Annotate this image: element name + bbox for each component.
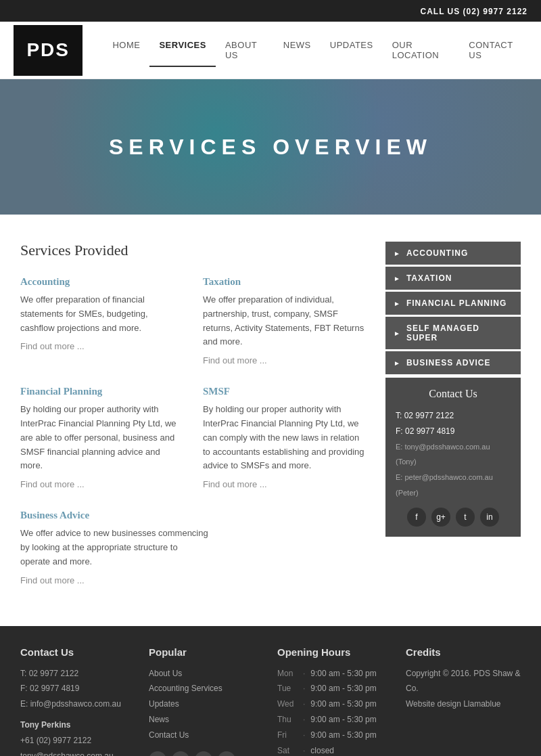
service-business-advice: Business Advice We offer advice to new b… (20, 510, 365, 585)
taxation-desc: We offer preparation of individual, part… (203, 293, 365, 349)
sidebar-phone: T: 02 9977 2122 (396, 408, 511, 424)
sidebar-item-taxation[interactable]: ► TAXATION (385, 267, 521, 290)
dot: · (303, 728, 305, 743)
hours-time-tue: 9:00 am - 5:30 pm (310, 681, 376, 696)
main-content: Services Provided Accounting We offer pr… (0, 215, 541, 613)
sidebar-taxation-label: TAXATION (406, 273, 452, 283)
footer-popular-updates[interactable]: Updates (149, 696, 264, 712)
financial-planning-link[interactable]: Find out more ... (20, 479, 85, 489)
footer-contact: Contact Us T: 02 9977 2122 F: 02 9977 48… (20, 646, 135, 756)
service-accounting: Accounting We offer preparation of finan… (20, 276, 183, 365)
sidebar-item-self-managed-super[interactable]: ► SELF MANAGED SUPER (385, 317, 521, 349)
nav-contact[interactable]: CONTACT US (459, 33, 527, 67)
twitter-icon[interactable]: t (456, 508, 475, 527)
service-taxation: Taxation We offer preparation of individ… (203, 276, 365, 365)
dot: · (303, 696, 305, 712)
footer-google-plus-icon[interactable]: g+ (172, 751, 189, 756)
footer-person-phone: +61 (02) 9977 2122 (20, 733, 135, 749)
footer-hours-title: Opening Hours (277, 646, 392, 658)
hours-day-tue: Tue (277, 681, 298, 696)
footer-fax: F: 02 9977 4819 (20, 681, 135, 696)
footer-popular-accounting[interactable]: Accounting Services (149, 681, 264, 696)
hours-row-thu: Thu · 9:00 am - 5:30 pm (277, 712, 392, 728)
taxation-title: Taxation (203, 276, 365, 288)
nav-home[interactable]: HOME (103, 33, 149, 67)
footer-popular: Popular About Us Accounting Services Upd… (149, 646, 264, 756)
google-plus-icon[interactable]: g+ (431, 508, 450, 527)
footer-person-email: tony@pdsshawco.com.au (20, 749, 135, 756)
financial-planning-desc: By holding our proper authority with Int… (20, 403, 183, 473)
facebook-icon[interactable]: f (407, 508, 426, 527)
sidebar-contact-title: Contact Us (396, 388, 511, 400)
hours-day-fri: Fri (277, 728, 298, 743)
nav-updates[interactable]: UPDATES (321, 33, 383, 67)
dot: · (303, 681, 305, 696)
sidebar-email1-link[interactable]: E: tony@pdsshawco.com.au (Tony) (396, 443, 490, 466)
footer-person: Tony Perkins (20, 717, 135, 733)
footer-contact-title: Contact Us (20, 646, 135, 658)
arrow-icon: ► (394, 275, 401, 282)
footer-credits-title: Credits (406, 646, 521, 658)
arrow-icon: ► (394, 359, 401, 367)
sidebar-fax: F: 02 9977 4819 (396, 424, 511, 439)
sidebar-item-accounting[interactable]: ► ACCOUNTING (385, 242, 521, 265)
business-advice-desc: We offer advice to new businesses commen… (20, 527, 210, 569)
hours-row-wed: Wed · 9:00 am - 5:30 pm (277, 696, 392, 712)
footer-twitter-icon[interactable]: t (195, 751, 212, 756)
main-nav: HOME SERVICES ABOUT US NEWS UPDATES OUR … (103, 33, 527, 67)
hours-row-mon: Mon · 9:00 am - 5:30 pm (277, 666, 392, 682)
call-label: CALL US (02) 9977 2122 (420, 7, 527, 16)
footer-email: E: info@pdsshawco.com.au (20, 696, 135, 712)
footer-email-link[interactable]: E: info@pdsshawco.com.au (20, 696, 135, 712)
arrow-icon: ► (394, 330, 401, 337)
arrow-icon: ► (394, 300, 401, 307)
hours-day-sat: Sat (277, 743, 298, 756)
footer-popular-contact[interactable]: Contact Us (149, 728, 264, 743)
nav-about[interactable]: ABOUT US (216, 33, 274, 67)
hours-row-fri: Fri · 9:00 am - 5:30 pm (277, 728, 392, 743)
footer-popular-news[interactable]: News (149, 712, 264, 728)
sidebar-item-financial-planning[interactable]: ► FINANCIAL PLANNING (385, 292, 521, 315)
hours-row-sat: Sat · closed (277, 743, 392, 756)
linkedin-icon[interactable]: in (480, 508, 499, 527)
sidebar-item-business-advice[interactable]: ► BUSINESS ADVICE (385, 351, 521, 374)
nav-news[interactable]: NEWS (274, 33, 321, 67)
dot: · (303, 712, 305, 728)
sidebar-accounting-label: ACCOUNTING (406, 248, 468, 258)
financial-planning-title: Financial Planning (20, 386, 183, 397)
business-advice-link[interactable]: Find out more ... (20, 575, 85, 585)
left-column: Services Provided Accounting We offer pr… (20, 242, 365, 585)
nav-location[interactable]: OUR LOCATION (383, 33, 460, 67)
smsf-desc: By holding our proper authority with Int… (203, 403, 365, 473)
accounting-desc: We offer preparation of financial statem… (20, 293, 183, 335)
footer-social-icons: f g+ t in (149, 751, 264, 756)
hours-day-thu: Thu (277, 712, 298, 728)
accounting-link[interactable]: Find out more ... (20, 341, 85, 351)
sidebar-email1: E: tony@pdsshawco.com.au (Tony) (396, 439, 511, 470)
taxation-link[interactable]: Find out more ... (203, 355, 267, 365)
hero-title: SERVICES OVERVIEW (109, 135, 432, 160)
footer-linkedin-icon[interactable]: in (218, 751, 235, 756)
hours-time-wed: 9:00 am - 5:30 pm (310, 696, 376, 712)
hours-time-fri: 9:00 am - 5:30 pm (310, 728, 376, 743)
hours-row-tue: Tue · 9:00 am - 5:30 pm (277, 681, 392, 696)
hero-section: SERVICES OVERVIEW (0, 79, 541, 215)
footer-person-email-link[interactable]: tony@pdsshawco.com.au (20, 749, 135, 756)
social-icons-sidebar: f g+ t in (396, 508, 511, 527)
hours-time-mon: 9:00 am - 5:30 pm (310, 666, 376, 682)
top-bar: CALL US (02) 9977 2122 (0, 0, 541, 22)
dot: · (303, 666, 305, 682)
sidebar-email2-link[interactable]: E: peter@pdsshawco.com.au (Peter) (396, 473, 493, 497)
services-grid: Accounting We offer preparation of finan… (20, 276, 365, 496)
header: PDS HOME SERVICES ABOUT US NEWS UPDATES … (0, 22, 541, 79)
smsf-title: SMSF (203, 386, 365, 397)
nav-services[interactable]: SERVICES (149, 33, 216, 67)
smsf-link[interactable]: Find out more ... (203, 479, 267, 489)
dot: · (303, 743, 305, 756)
footer-facebook-icon[interactable]: f (149, 751, 166, 756)
services-section-title: Services Provided (20, 242, 365, 259)
footer-popular-about[interactable]: About Us (149, 666, 264, 682)
logo[interactable]: PDS (14, 25, 83, 76)
logo-text: PDS (26, 39, 70, 61)
footer-credits-line1: Copyright © 2016. PDS Shaw & Co. (406, 666, 521, 697)
